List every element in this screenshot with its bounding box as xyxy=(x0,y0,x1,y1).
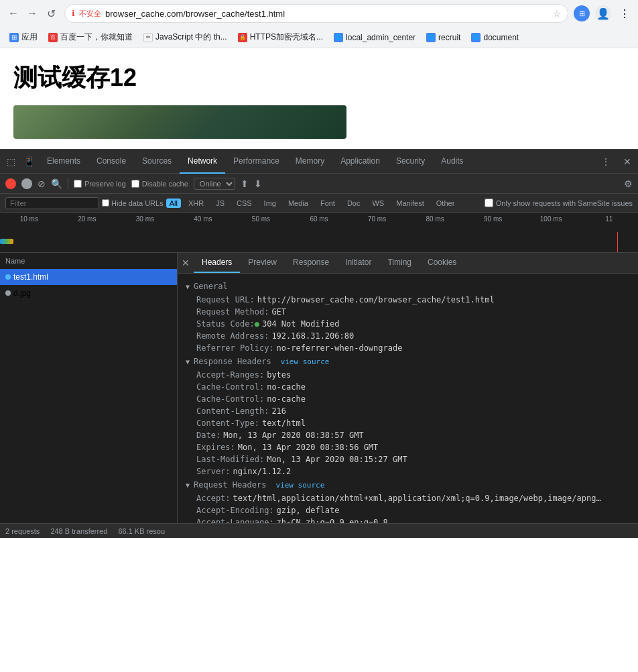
same-site-input[interactable] xyxy=(485,199,493,207)
network-settings-icon[interactable]: ⚙ xyxy=(624,178,633,189)
filter-icon[interactable]: ⊘ xyxy=(38,178,46,189)
request-headers-arrow-icon: ▼ xyxy=(186,482,190,489)
apps-icon: ⊞ xyxy=(9,33,19,42)
tab-performance[interactable]: Performance xyxy=(225,150,288,174)
resp-cache-control-1-row: Cache-Control: no-cache xyxy=(186,381,630,393)
timing-tab[interactable]: Timing xyxy=(379,253,420,273)
filter-input[interactable] xyxy=(5,197,99,209)
resp-expires-val: Mon, 13 Apr 2020 08:38:56 GMT xyxy=(238,443,379,452)
browser-toolbar-icons: ⊞ 👤 ⋮ xyxy=(574,5,633,21)
ws-filter-btn[interactable]: WS xyxy=(367,198,389,209)
more-tools-icon[interactable]: ⋮ xyxy=(598,154,614,170)
extensions-icon[interactable]: ⊞ xyxy=(574,5,590,21)
tab-application[interactable]: Application xyxy=(332,150,388,174)
general-arrow-icon: ▼ xyxy=(186,283,190,290)
resp-content-type-val: text/html xyxy=(262,418,306,428)
manifest-filter-btn[interactable]: Manifest xyxy=(391,198,429,209)
bookmark-baidu[interactable]: 百 百度一下，你就知道 xyxy=(44,30,137,44)
other-filter-btn[interactable]: Other xyxy=(432,198,460,209)
file-list: Name test1.html d.jpg xyxy=(0,253,178,523)
transferred-size: 248 B transferred xyxy=(50,527,107,535)
disable-cache-label: Disable cache xyxy=(142,180,188,188)
tick-20ms: 20 ms xyxy=(58,215,117,223)
preserve-log-label: Preserve log xyxy=(84,180,126,188)
timeline-red-line xyxy=(617,232,618,252)
request-url-val: http://browser_cache.com/browser_cache/t… xyxy=(257,295,495,304)
star-icon[interactable]: ☆ xyxy=(553,9,561,19)
xhr-filter-btn[interactable]: XHR xyxy=(184,198,208,209)
all-filter-btn[interactable]: All xyxy=(166,199,181,208)
headers-panel: ✕ Headers Preview Response Initiator Tim… xyxy=(178,253,638,523)
bookmark-apps[interactable]: ⊞ 应用 xyxy=(5,30,42,44)
address-bar[interactable]: ℹ 不安全 browser_cache.com/browser_cache/te… xyxy=(64,4,568,23)
img-filter-btn[interactable]: Img xyxy=(259,198,281,209)
record-button[interactable] xyxy=(5,178,16,189)
response-headers-section-title: Response Headers xyxy=(194,357,271,366)
req-accept-key: Accept: xyxy=(196,494,231,503)
doc-filter-btn[interactable]: Doc xyxy=(342,198,365,209)
request-headers-view-source-link[interactable]: view source xyxy=(275,481,324,490)
cookies-tab[interactable]: Cookies xyxy=(420,253,464,273)
resp-cache-control-2-key: Cache-Control: xyxy=(196,394,264,404)
menu-icon[interactable]: ⋮ xyxy=(617,5,633,21)
css-filter-btn[interactable]: CSS xyxy=(232,198,257,209)
media-filter-btn[interactable]: Media xyxy=(283,198,313,209)
preview-tab[interactable]: Preview xyxy=(240,253,285,273)
resp-cache-control-2-val: no-cache xyxy=(267,394,306,404)
close-detail-btn[interactable]: ✕ xyxy=(178,253,194,273)
preserve-log-checkbox[interactable]: Preserve log xyxy=(74,180,126,188)
search-icon[interactable]: 🔍 xyxy=(51,178,62,189)
bookmark-https[interactable]: 🔒 HTTPS加密壳域名... xyxy=(234,30,327,44)
tab-elements[interactable]: Elements xyxy=(39,150,88,174)
disable-cache-checkbox[interactable]: Disable cache xyxy=(131,180,188,188)
bookmark-recruit[interactable]: 🌐 recruit xyxy=(422,32,464,44)
tab-security[interactable]: Security xyxy=(388,150,433,174)
page-content: 测试缓存12 xyxy=(0,48,638,149)
name-column-header: Name xyxy=(5,257,25,265)
profile-icon[interactable]: 👤 xyxy=(595,5,611,21)
req-accept-language-row: Accept-Language: zh-CN,zh;q=0.9,en;q=0.8 xyxy=(186,516,630,523)
close-devtools-icon[interactable]: ✕ xyxy=(619,154,635,170)
tab-network[interactable]: Network xyxy=(180,150,225,174)
devtools-tab-bar: ⬚ 📱 Elements Console Sources Network Per… xyxy=(0,150,638,174)
throttle-select[interactable]: Online xyxy=(194,178,235,190)
disable-cache-input[interactable] xyxy=(131,180,139,188)
bookmark-js[interactable]: ✏ JavaScript 中的 th... xyxy=(139,30,231,44)
preserve-log-input[interactable] xyxy=(74,180,82,188)
hide-data-urls-checkbox[interactable]: Hide data URLs xyxy=(102,199,164,207)
response-headers-section-header[interactable]: ▼ Response Headers view source xyxy=(186,354,630,369)
remote-address-val: 192.168.31.206:80 xyxy=(271,331,354,341)
initiator-tab[interactable]: Initiator xyxy=(337,253,379,273)
bookmark-document[interactable]: 🌐 document xyxy=(467,32,523,44)
import-icon[interactable]: ⬆ xyxy=(241,178,249,189)
js-filter-btn[interactable]: JS xyxy=(211,198,229,209)
resp-date-row: Date: Mon, 13 Apr 2020 08:38:57 GMT xyxy=(186,429,630,441)
stop-button[interactable] xyxy=(21,178,32,189)
request-headers-section-title: Request Headers xyxy=(194,480,266,490)
devtools-inspect-icon[interactable]: ⬚ xyxy=(3,156,19,167)
file-item-test1html[interactable]: test1.html xyxy=(0,269,177,285)
back-button[interactable]: ← xyxy=(5,5,21,21)
response-tab[interactable]: Response xyxy=(285,253,337,273)
bookmark-local[interactable]: 🌐 local_admin_center xyxy=(330,32,420,44)
headers-tab[interactable]: Headers xyxy=(194,253,240,273)
response-headers-view-source-link[interactable]: view source xyxy=(281,357,330,366)
file-item-djpg[interactable]: d.jpg xyxy=(0,285,177,301)
tab-memory[interactable]: Memory xyxy=(288,150,332,174)
devtools-device-icon[interactable]: 📱 xyxy=(19,156,39,167)
same-site-checkbox[interactable]: Only show requests with SameSite issues xyxy=(485,199,633,207)
tab-audits[interactable]: Audits xyxy=(433,150,471,174)
tab-console[interactable]: Console xyxy=(88,150,134,174)
font-filter-btn[interactable]: Font xyxy=(316,198,340,209)
reload-button[interactable]: ↺ xyxy=(43,5,59,21)
request-headers-section-header[interactable]: ▼ Request Headers view source xyxy=(186,478,630,492)
req-accept-encoding-row: Accept-Encoding: gzip, deflate xyxy=(186,504,630,516)
timeline-scale: 10 ms 20 ms 30 ms 40 ms 50 ms 60 ms 70 m… xyxy=(0,213,638,225)
forward-button[interactable]: → xyxy=(24,5,40,21)
request-method-val: GET xyxy=(271,307,286,317)
local-label: local_admin_center xyxy=(346,33,416,42)
tab-sources[interactable]: Sources xyxy=(134,150,180,174)
export-icon[interactable]: ⬇ xyxy=(254,178,262,189)
hide-data-urls-input[interactable] xyxy=(102,199,109,207)
general-section-header[interactable]: ▼ General xyxy=(186,279,630,294)
